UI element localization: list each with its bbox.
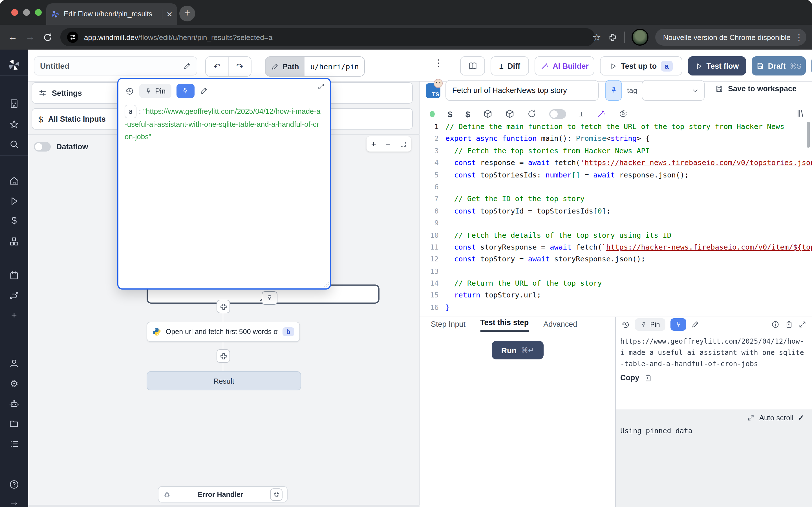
step-pin-button[interactable] [605,80,622,101]
chrome-update-pill[interactable]: Nouvelle version de Chrome disponible ⋮ [655,29,806,46]
static-inputs-icon[interactable]: $ [448,109,453,119]
close-tab-icon[interactable]: ✕ [166,10,172,18]
variables-icon[interactable]: $ [465,109,470,119]
pin-toggle-button[interactable]: Pin [635,318,666,331]
pin-toggle-button[interactable]: Pin [139,84,171,98]
sidebar-item-gear[interactable]: ⚙ [0,375,28,392]
tab-step-input[interactable]: Step Input [431,320,465,332]
code-line[interactable]: 10 // Fetch the details of the top story… [419,229,812,241]
flow-node-result[interactable]: Result [147,371,301,390]
code-line[interactable]: 17 [419,314,812,317]
library-icon[interactable] [795,108,805,118]
close-window-button[interactable] [11,9,18,16]
tag-select[interactable] [642,80,705,101]
sidebar-item-person[interactable] [0,355,28,372]
reload-button[interactable] [43,33,52,42]
new-tab-button[interactable]: + [179,6,195,21]
sidebar-item-folder[interactable] [0,415,28,432]
sidebar-item-home[interactable] [0,172,28,189]
flow-node-b[interactable]: Open url and fetch first 500 words of ..… [147,322,300,342]
code-scrollbar[interactable] [807,122,810,148]
sidebar-item-play[interactable] [0,193,28,210]
editor-toggle[interactable] [549,109,566,119]
code-line[interactable]: 8 const topStoryId = topStoriesIds[0]; [419,205,812,217]
step-summary-input[interactable]: Fetch url of HackerNews top story [446,80,599,101]
copy-button[interactable]: Copy [620,374,652,382]
code-line[interactable]: 6 [419,181,812,193]
resize-handle[interactable] [324,282,329,287]
zoom-out-button[interactable]: − [386,139,391,149]
diff-mode-icon[interactable]: ± [579,109,583,119]
path-pill[interactable]: Path u/henri/pin [265,56,365,76]
fit-view-icon[interactable] [400,140,406,147]
package-icon[interactable] [483,109,492,118]
history-icon[interactable] [621,320,630,329]
clipboard-icon[interactable] [785,321,793,328]
code-line[interactable]: 1// Define the main function to fetch th… [419,121,812,133]
pin-active-button[interactable] [176,84,195,98]
reset-icon[interactable] [527,109,536,118]
gear-icon[interactable] [619,109,627,118]
insert-step-button[interactable] [216,349,230,363]
test-flow-button[interactable]: Test flow [688,56,746,75]
undo-button[interactable]: ↶ [206,57,229,76]
save-to-workspace-button[interactable]: Save to workspace [715,84,797,93]
sidebar-item-dollar[interactable]: $ [0,212,28,229]
windmill-logo[interactable] [0,56,28,73]
sidebar-item-route[interactable] [0,287,28,304]
dataflow-toggle[interactable] [34,142,51,152]
sidebar-item-arrow-right[interactable]: → [0,494,28,507]
sidebar-item-help[interactable] [0,476,28,493]
sidebar-item-building[interactable] [0,95,28,112]
error-handler-node[interactable]: Error Handler [158,486,288,503]
draft-button[interactable]: Draft ⌘S [752,56,806,75]
sidebar-item-star[interactable] [0,116,28,133]
history-icon[interactable] [125,87,134,96]
tab-test-this-step[interactable]: Test this step [480,318,529,332]
bookmark-star-icon[interactable]: ☆ [592,31,601,43]
zoom-in-button[interactable]: + [371,139,376,149]
maximize-window-button[interactable] [35,9,42,16]
redo-button[interactable]: ↷ [229,57,251,76]
code-line[interactable]: 13 [419,265,812,277]
code-line[interactable]: 15 return topStory.url; [419,289,812,301]
sidebar-item-search[interactable] [0,136,28,153]
expand-icon[interactable] [799,321,806,328]
code-line[interactable]: 14 // Return the URL of the top story [419,277,812,289]
sidebar-item-robot[interactable] [0,395,28,412]
pin-active-button[interactable] [671,318,687,331]
sidebar-item-calendar[interactable] [0,267,28,284]
sidebar-item-plus[interactable]: + [0,307,28,324]
diff-button[interactable]: ±Diff [491,56,529,75]
add-error-handler-button[interactable] [270,488,283,501]
profile-avatar[interactable] [631,29,649,46]
edit-pencil-icon[interactable] [692,321,700,328]
topbar-kebab-icon[interactable]: ⋮ [434,57,443,68]
code-line[interactable]: 4 const response = await fetch('https://… [419,157,812,169]
code-line[interactable]: 5 const topStoriesIds: number[] = await … [419,169,812,181]
tab-advanced[interactable]: Advanced [543,320,577,332]
code-line[interactable]: 9 [419,217,812,229]
run-button[interactable]: Run ⌘↵ [492,341,544,359]
code-line[interactable]: 11 const storyResponse = await fetch(`ht… [419,241,812,253]
package-icon[interactable] [505,109,514,118]
minimize-window-button[interactable] [23,9,30,16]
flow-name-field[interactable]: Untitled [34,56,197,75]
docs-button[interactable] [460,56,485,75]
node-a-pin-badge[interactable] [262,291,277,305]
code-line[interactable]: 12 const topStory = await storyResponse.… [419,253,812,265]
auto-scroll-control[interactable]: Auto scroll ✓ [748,413,804,422]
sidebar-item-cubes[interactable] [0,233,28,250]
forward-button[interactable]: → [26,32,35,43]
info-icon[interactable] [771,321,779,328]
sidebar-item-list[interactable] [0,436,28,452]
code-editor[interactable]: 1// Define the main function to fetch th… [419,121,812,317]
back-button[interactable]: ← [8,32,17,43]
chrome-menu-icon[interactable]: ⋮ [795,33,803,42]
edit-pencil-icon[interactable] [200,87,208,95]
code-line[interactable]: 2export async function main(): Promise<s… [419,133,812,145]
browser-tab[interactable]: Edit Flow u/henri/pin_results ✕ [46,3,177,25]
extensions-icon[interactable] [608,33,617,42]
ai-assistant-icon[interactable] [597,109,606,118]
code-line[interactable]: 7 // Get the ID of the top story [419,193,812,205]
